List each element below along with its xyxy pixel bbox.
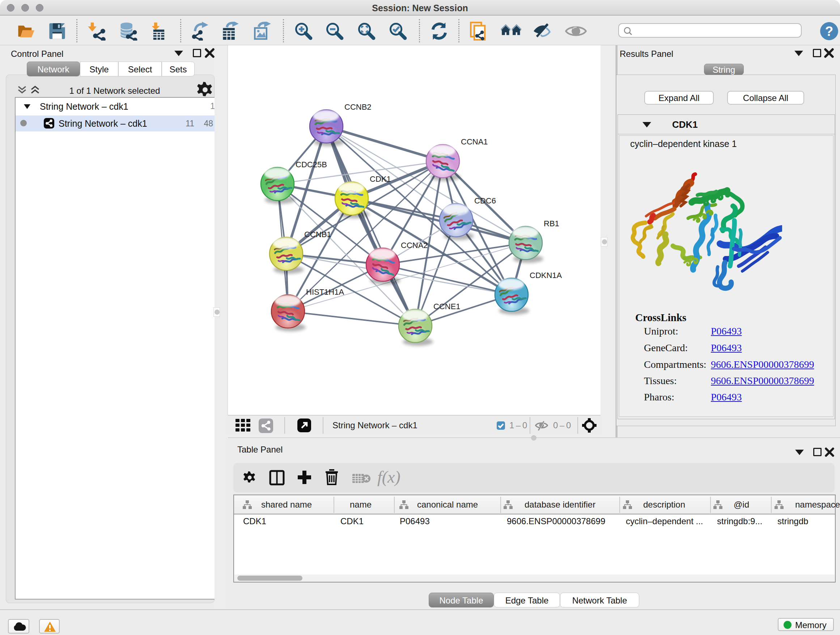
svg-text:CDC6: CDC6 <box>474 196 496 205</box>
svg-text:HIST1H1A: HIST1H1A <box>306 287 344 296</box>
svg-text:CCNE1: CCNE1 <box>433 302 461 311</box>
svg-text:?: ? <box>825 24 834 39</box>
svg-text:RB1: RB1 <box>544 219 559 228</box>
svg-text:CCNA2: CCNA2 <box>401 241 428 250</box>
svg-text:CDC25B: CDC25B <box>295 160 327 169</box>
svg-text:CDKN1A: CDKN1A <box>530 271 562 280</box>
svg-text:CCNB2: CCNB2 <box>344 103 371 111</box>
svg-text:CCNB1: CCNB1 <box>304 230 332 239</box>
svg-text:CDK1: CDK1 <box>370 174 391 184</box>
svg-text:CCNA1: CCNA1 <box>461 137 488 146</box>
